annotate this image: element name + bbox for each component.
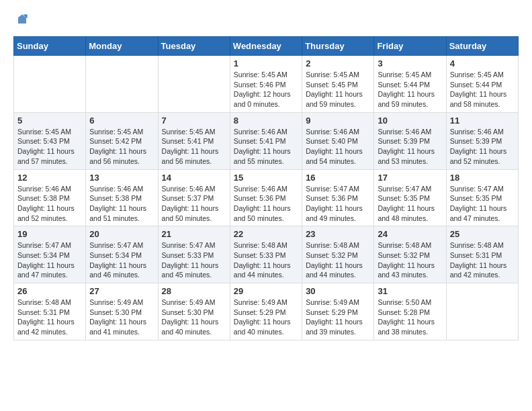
calendar-cell: 3Sunrise: 5:45 AM Sunset: 5:44 PM Daylig… (374, 56, 446, 113)
weekday-header-monday: Monday (86, 37, 158, 56)
calendar-cell: 30Sunrise: 5:49 AM Sunset: 5:29 PM Dayli… (302, 283, 374, 340)
day-number: 19 (17, 229, 82, 239)
day-number: 23 (306, 229, 370, 239)
calendar-week-row: 5Sunrise: 5:45 AM Sunset: 5:43 PM Daylig… (14, 112, 519, 169)
calendar-week-row: 26Sunrise: 5:48 AM Sunset: 5:31 PM Dayli… (14, 283, 519, 340)
calendar-cell: 11Sunrise: 5:46 AM Sunset: 5:39 PM Dayli… (446, 112, 518, 169)
day-number: 26 (17, 286, 82, 296)
day-info: Sunrise: 5:50 AM Sunset: 5:28 PM Dayligh… (378, 298, 442, 337)
calendar-cell: 25Sunrise: 5:48 AM Sunset: 5:31 PM Dayli… (446, 226, 518, 283)
calendar-cell: 23Sunrise: 5:48 AM Sunset: 5:32 PM Dayli… (302, 226, 374, 283)
weekday-header-tuesday: Tuesday (158, 37, 230, 56)
calendar-cell: 28Sunrise: 5:49 AM Sunset: 5:30 PM Dayli… (158, 283, 230, 340)
calendar-table: SundayMondayTuesdayWednesdayThursdayFrid… (13, 36, 519, 340)
calendar-cell (446, 283, 518, 340)
calendar-cell: 7Sunrise: 5:45 AM Sunset: 5:41 PM Daylig… (158, 112, 230, 169)
day-number: 3 (378, 58, 442, 68)
day-info: Sunrise: 5:49 AM Sunset: 5:29 PM Dayligh… (234, 298, 298, 337)
day-info: Sunrise: 5:47 AM Sunset: 5:36 PM Dayligh… (306, 184, 370, 224)
day-info: Sunrise: 5:48 AM Sunset: 5:32 PM Dayligh… (306, 240, 370, 280)
weekday-header-row: SundayMondayTuesdayWednesdayThursdayFrid… (14, 37, 519, 56)
weekday-header-thursday: Thursday (302, 37, 374, 56)
calendar-cell: 16Sunrise: 5:47 AM Sunset: 5:36 PM Dayli… (302, 169, 374, 226)
weekday-header-wednesday: Wednesday (230, 37, 302, 56)
day-info: Sunrise: 5:47 AM Sunset: 5:35 PM Dayligh… (450, 184, 515, 224)
day-number: 13 (89, 173, 154, 183)
calendar-cell: 10Sunrise: 5:46 AM Sunset: 5:39 PM Dayli… (374, 112, 446, 169)
calendar-cell (14, 56, 86, 113)
calendar-cell: 13Sunrise: 5:46 AM Sunset: 5:38 PM Dayli… (86, 169, 158, 226)
calendar-cell: 15Sunrise: 5:46 AM Sunset: 5:36 PM Dayli… (230, 169, 302, 226)
calendar-cell: 19Sunrise: 5:47 AM Sunset: 5:34 PM Dayli… (14, 226, 86, 283)
calendar-cell: 8Sunrise: 5:46 AM Sunset: 5:41 PM Daylig… (230, 112, 302, 169)
day-info: Sunrise: 5:46 AM Sunset: 5:40 PM Dayligh… (306, 127, 370, 167)
calendar-cell: 31Sunrise: 5:50 AM Sunset: 5:28 PM Dayli… (374, 283, 446, 340)
day-info: Sunrise: 5:47 AM Sunset: 5:35 PM Dayligh… (378, 184, 442, 224)
day-info: Sunrise: 5:46 AM Sunset: 5:37 PM Dayligh… (162, 184, 226, 224)
calendar-cell: 14Sunrise: 5:46 AM Sunset: 5:37 PM Dayli… (158, 169, 230, 226)
calendar-cell: 9Sunrise: 5:46 AM Sunset: 5:40 PM Daylig… (302, 112, 374, 169)
weekday-header-sunday: Sunday (14, 37, 86, 56)
day-info: Sunrise: 5:49 AM Sunset: 5:30 PM Dayligh… (89, 298, 154, 337)
day-info: Sunrise: 5:47 AM Sunset: 5:34 PM Dayligh… (17, 240, 82, 280)
day-number: 21 (162, 229, 226, 239)
day-number: 25 (450, 229, 515, 239)
day-number: 18 (450, 173, 515, 183)
calendar-cell: 21Sunrise: 5:47 AM Sunset: 5:33 PM Dayli… (158, 226, 230, 283)
day-number: 10 (378, 116, 442, 126)
day-info: Sunrise: 5:45 AM Sunset: 5:44 PM Dayligh… (378, 70, 442, 109)
weekday-header-friday: Friday (374, 37, 446, 56)
calendar-cell: 4Sunrise: 5:45 AM Sunset: 5:44 PM Daylig… (446, 56, 518, 113)
day-number: 27 (89, 286, 154, 296)
weekday-header-saturday: Saturday (446, 37, 518, 56)
calendar-cell: 6Sunrise: 5:45 AM Sunset: 5:42 PM Daylig… (86, 112, 158, 169)
day-info: Sunrise: 5:45 AM Sunset: 5:43 PM Dayligh… (17, 127, 82, 167)
day-number: 7 (162, 116, 226, 126)
day-number: 11 (450, 116, 515, 126)
page-header (13, 13, 519, 26)
day-number: 2 (306, 58, 370, 68)
logo (13, 13, 28, 26)
day-info: Sunrise: 5:46 AM Sunset: 5:41 PM Dayligh… (234, 127, 298, 167)
day-number: 17 (378, 173, 442, 183)
calendar-cell (86, 56, 158, 113)
calendar-cell: 29Sunrise: 5:49 AM Sunset: 5:29 PM Dayli… (230, 283, 302, 340)
calendar-cell: 26Sunrise: 5:48 AM Sunset: 5:31 PM Dayli… (14, 283, 86, 340)
day-number: 24 (378, 229, 442, 239)
day-number: 1 (234, 58, 298, 68)
day-number: 22 (234, 229, 298, 239)
calendar-week-row: 19Sunrise: 5:47 AM Sunset: 5:34 PM Dayli… (14, 226, 519, 283)
calendar-cell: 18Sunrise: 5:47 AM Sunset: 5:35 PM Dayli… (446, 169, 518, 226)
day-info: Sunrise: 5:47 AM Sunset: 5:34 PM Dayligh… (89, 240, 154, 280)
day-info: Sunrise: 5:48 AM Sunset: 5:31 PM Dayligh… (450, 240, 515, 280)
day-info: Sunrise: 5:45 AM Sunset: 5:44 PM Dayligh… (450, 70, 515, 109)
calendar-cell: 27Sunrise: 5:49 AM Sunset: 5:30 PM Dayli… (86, 283, 158, 340)
day-info: Sunrise: 5:45 AM Sunset: 5:46 PM Dayligh… (234, 70, 298, 109)
calendar-cell: 12Sunrise: 5:46 AM Sunset: 5:38 PM Dayli… (14, 169, 86, 226)
day-number: 14 (162, 173, 226, 183)
calendar-cell: 5Sunrise: 5:45 AM Sunset: 5:43 PM Daylig… (14, 112, 86, 169)
day-info: Sunrise: 5:48 AM Sunset: 5:32 PM Dayligh… (378, 240, 442, 280)
day-info: Sunrise: 5:45 AM Sunset: 5:45 PM Dayligh… (306, 70, 370, 109)
day-number: 9 (306, 116, 370, 126)
day-number: 4 (450, 58, 515, 68)
day-number: 31 (378, 286, 442, 296)
day-number: 5 (17, 116, 82, 126)
calendar-cell: 1Sunrise: 5:45 AM Sunset: 5:46 PM Daylig… (230, 56, 302, 113)
day-info: Sunrise: 5:45 AM Sunset: 5:41 PM Dayligh… (162, 127, 226, 167)
day-info: Sunrise: 5:46 AM Sunset: 5:38 PM Dayligh… (17, 184, 82, 224)
day-number: 8 (234, 116, 298, 126)
day-number: 29 (234, 286, 298, 296)
day-number: 30 (306, 286, 370, 296)
calendar-cell (158, 56, 230, 113)
day-info: Sunrise: 5:49 AM Sunset: 5:29 PM Dayligh… (306, 298, 370, 337)
calendar-cell: 17Sunrise: 5:47 AM Sunset: 5:35 PM Dayli… (374, 169, 446, 226)
day-info: Sunrise: 5:49 AM Sunset: 5:30 PM Dayligh… (162, 298, 226, 337)
calendar-cell: 22Sunrise: 5:48 AM Sunset: 5:33 PM Dayli… (230, 226, 302, 283)
day-number: 16 (306, 173, 370, 183)
day-number: 20 (89, 229, 154, 239)
day-number: 28 (162, 286, 226, 296)
calendar-cell: 24Sunrise: 5:48 AM Sunset: 5:32 PM Dayli… (374, 226, 446, 283)
calendar-week-row: 12Sunrise: 5:46 AM Sunset: 5:38 PM Dayli… (14, 169, 519, 226)
day-info: Sunrise: 5:46 AM Sunset: 5:39 PM Dayligh… (450, 127, 515, 167)
